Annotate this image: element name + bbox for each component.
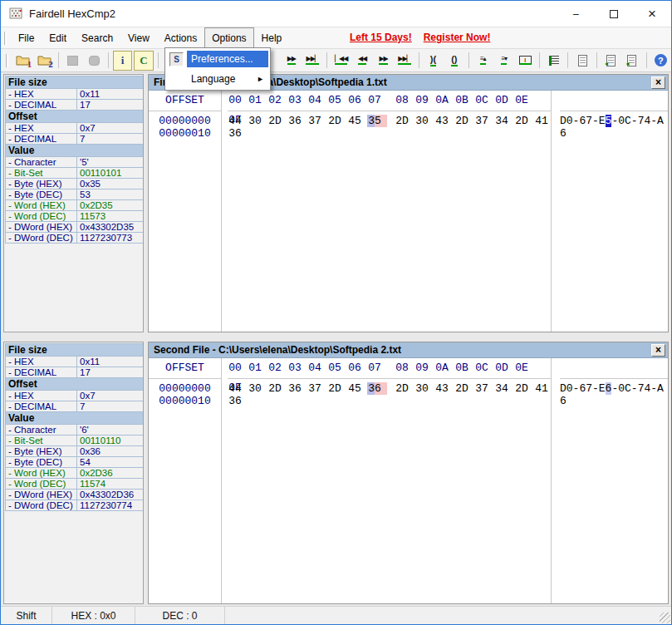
resize-grip-icon[interactable] xyxy=(660,613,670,623)
hex-byte[interactable]: 34 xyxy=(494,382,509,395)
maximize-button[interactable] xyxy=(595,1,633,27)
hex-byte[interactable]: 43 xyxy=(434,382,449,395)
next-difference-button[interactable]: ▶▶ xyxy=(282,51,301,71)
hex-byte[interactable]: 44 xyxy=(228,382,243,395)
hex-col-header: 06 xyxy=(347,358,362,378)
hex-byte[interactable]: 30 xyxy=(248,382,262,395)
hex-byte[interactable]: 30 xyxy=(414,382,429,395)
compare-toggle-button[interactable]: C xyxy=(134,51,153,71)
ascii-line[interactable]: D0-67-E6-0C-74-A xyxy=(560,382,668,395)
save-file-1-button[interactable] xyxy=(63,51,82,71)
hex-byte[interactable]: 44 xyxy=(228,115,243,127)
hex-byte[interactable]: 45 xyxy=(347,115,362,127)
info-value: 17 xyxy=(77,367,144,378)
line-mode-button[interactable] xyxy=(544,51,563,71)
hex-column[interactable]: 000102030405060708090A0B0C0D0E0F 44302D3… xyxy=(222,91,552,332)
hex-byte[interactable]: 36 xyxy=(287,382,302,395)
menu-view[interactable]: View xyxy=(120,27,157,49)
hex-byte[interactable]: 36 xyxy=(228,395,243,407)
menu-file[interactable]: File xyxy=(11,27,42,49)
hex-byte[interactable]: 41 xyxy=(534,115,549,127)
hex-byte[interactable]: 30 xyxy=(248,115,262,127)
open-file-1-button[interactable]: 1 xyxy=(13,51,32,71)
hex-byte[interactable]: 36 xyxy=(287,115,302,127)
ascii-line[interactable]: 6 xyxy=(560,127,668,140)
menu-actions[interactable]: Actions xyxy=(157,27,204,49)
hex-byte[interactable]: 2D xyxy=(514,115,529,127)
hex-byte[interactable]: 2D xyxy=(327,382,342,395)
info-label: - DWord (HEX) xyxy=(6,490,77,500)
align-top-button[interactable]: ≡▴ xyxy=(473,51,493,71)
menu-help[interactable]: Help xyxy=(254,27,290,49)
export-file-2-button[interactable]: ◂ xyxy=(622,51,641,71)
hex-byte[interactable]: 34 xyxy=(494,115,509,127)
last-position-button[interactable]: ▶▶▏ xyxy=(395,51,414,71)
hex-col-header: 00 xyxy=(228,91,243,111)
ascii-column[interactable]: D0-67-E6-0C-74-A6 xyxy=(552,358,668,603)
info-label: - Byte (HEX) xyxy=(6,446,77,457)
ascii-line[interactable]: 6 xyxy=(560,395,668,407)
ascii-header xyxy=(560,91,668,111)
document-icon xyxy=(578,55,587,66)
menu-search[interactable]: Search xyxy=(74,27,120,49)
hex-byte[interactable]: 37 xyxy=(307,382,322,395)
hex-byte[interactable]: 2D xyxy=(395,115,410,127)
help-button[interactable]: ? xyxy=(651,51,670,71)
hex-byte[interactable]: 2D xyxy=(454,382,469,395)
hex-column[interactable]: 000102030405060708090A0B0C0D0E0F 44302D3… xyxy=(222,358,552,603)
menu-options[interactable]: Options xyxy=(204,27,253,49)
hex-byte[interactable]: 37 xyxy=(474,382,489,395)
menubar-grip xyxy=(4,32,7,45)
info-row: - Word (DEC)11574 xyxy=(6,479,144,490)
export-file-1-button[interactable]: ◂ xyxy=(601,51,620,71)
menu-item-language[interactable]: Language ► xyxy=(166,69,269,89)
hex-byte[interactable]: 36 xyxy=(367,382,387,395)
close-button[interactable]: × xyxy=(633,1,671,27)
align-bottom-button[interactable]: ≡▾ xyxy=(494,51,513,71)
menu-edit[interactable]: Edit xyxy=(42,27,74,49)
ascii-text: -0C-74-A xyxy=(611,382,663,395)
register-now-link[interactable]: Register Now! xyxy=(424,32,491,43)
hex-byte[interactable]: 41 xyxy=(534,382,549,395)
report-button[interactable] xyxy=(572,51,591,71)
ascii-column[interactable]: D0-67-E5-0C-74-A6 xyxy=(552,91,668,332)
last-difference-button[interactable]: ▶▶▏ xyxy=(303,51,322,71)
select-block-button[interactable]: I xyxy=(515,51,534,71)
save-file-2-button[interactable] xyxy=(84,51,103,71)
first-position-button[interactable]: ▏◀◀ xyxy=(331,51,351,71)
info-label: - Word (DEC) xyxy=(6,211,77,222)
menu-item-preferences[interactable]: S Preferences... xyxy=(166,49,269,69)
ascii-line[interactable]: D0-67-E5-0C-74-A xyxy=(560,115,668,127)
main-area: File size- HEX0x11- DECIMAL17Offset- HEX… xyxy=(1,72,671,606)
offset-column: OFFSET 0000000000000010 xyxy=(149,91,222,332)
horizontal-splitter[interactable] xyxy=(3,332,669,342)
lines-list-icon xyxy=(549,56,559,66)
minimize-button[interactable]: − xyxy=(557,1,595,27)
info-label: - HEX xyxy=(6,357,77,367)
hex-byte[interactable]: 2D xyxy=(514,382,529,395)
next-position-button[interactable]: ▶▶ xyxy=(374,51,393,71)
prev-position-button[interactable]: ◀◀ xyxy=(352,51,371,71)
hex-byte[interactable]: 2D xyxy=(327,115,342,127)
hex-byte[interactable]: 37 xyxy=(307,115,322,127)
hex-byte[interactable]: 2D xyxy=(454,115,469,127)
hex-byte[interactable]: 30 xyxy=(414,115,429,127)
last-position-icon: ▶▶▏ xyxy=(398,56,410,65)
info-label: - Word (DEC) xyxy=(6,479,77,490)
hex-byte[interactable]: 37 xyxy=(474,115,489,127)
hex-byte[interactable]: 45 xyxy=(347,382,362,395)
info-value: 0x43302D35 xyxy=(77,222,144,233)
hex-byte[interactable]: 2D xyxy=(267,382,282,395)
hex-byte[interactable]: 35 xyxy=(367,115,387,127)
info-panel-toggle-button[interactable]: i xyxy=(113,51,132,71)
open-file-2-button[interactable]: 2 xyxy=(34,51,53,71)
hex-byte[interactable]: 43 xyxy=(434,115,449,127)
first-file-close-button[interactable]: × xyxy=(651,76,665,89)
hex-column-headers: 000102030405060708090A0B0C0D0E0F xyxy=(228,358,551,379)
hex-byte[interactable]: 2D xyxy=(395,382,410,395)
hex-byte[interactable]: 2D xyxy=(267,115,282,127)
expand-block-button[interactable]: () xyxy=(444,51,464,71)
second-file-close-button[interactable]: × xyxy=(651,344,665,357)
collapse-block-button[interactable]: )( xyxy=(424,51,443,71)
hex-byte[interactable]: 36 xyxy=(228,127,243,140)
